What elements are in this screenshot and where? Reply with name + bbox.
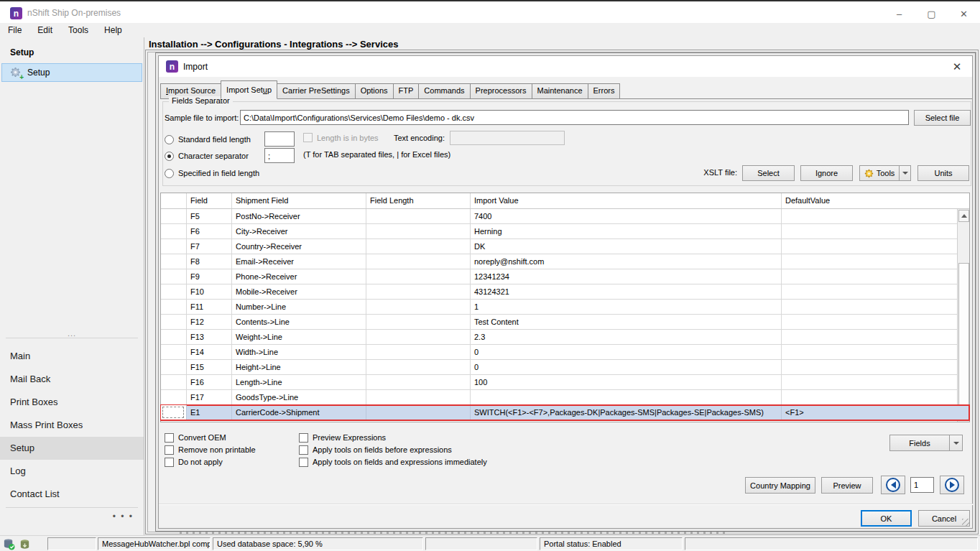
dialog-titlebar: n Import ✕ <box>159 56 972 77</box>
table-row-f8[interactable]: F8Email->Receivernoreply@nshift.com <box>161 254 969 269</box>
table-row-f15[interactable]: F15Height->Line0 <box>161 360 969 375</box>
cell: <F1> <box>782 405 957 420</box>
tab-errors[interactable]: Errors <box>588 83 621 98</box>
convert-oem-checkbox[interactable] <box>165 433 174 443</box>
table-row-f9[interactable]: F9Phone->Receiver12341234 <box>161 269 969 284</box>
page-number-input[interactable] <box>910 477 934 493</box>
cell: Country->Receiver <box>232 239 366 254</box>
country-mapping-button[interactable]: Country Mapping <box>745 477 815 494</box>
cell: 12341234 <box>471 269 782 284</box>
sidebar-item-setup[interactable]: Setup <box>0 437 144 460</box>
preview-expressions-label: Preview Expressions <box>313 433 386 442</box>
tab-strip: Import SourceImport SetupCarrier PreSett… <box>160 80 972 99</box>
cell: Herning <box>471 224 782 239</box>
tab-commands[interactable]: Commands <box>418 83 470 98</box>
sample-file-label: Sample file to import: <box>165 114 239 122</box>
scrollbar-thumb[interactable] <box>958 263 969 411</box>
previous-page-button[interactable] <box>881 476 905 494</box>
cell: Weight->Line <box>232 330 366 344</box>
table-row-f11[interactable]: F11Number->Line1 <box>161 300 969 315</box>
preview-expressions-checkbox[interactable] <box>299 433 308 443</box>
scroll-up-icon[interactable] <box>958 210 969 222</box>
sidebar-item-main[interactable]: Main <box>0 345 144 368</box>
sidebar-item-log[interactable]: Log <box>0 460 144 483</box>
do-not-apply-checkbox[interactable] <box>165 458 174 467</box>
cell: F16 <box>187 375 232 389</box>
minimize-button[interactable]: – <box>883 3 915 24</box>
character-separator-radio[interactable] <box>165 152 174 161</box>
sidebar-more-dots[interactable]: • • • <box>0 511 134 522</box>
tab-options[interactable]: Options <box>355 83 394 98</box>
table-row-f5[interactable]: F5PostNo->Receiver7400 <box>161 209 969 224</box>
row-selector-cell <box>161 360 187 374</box>
table-row-f13[interactable]: F13Weight->Line2.3 <box>161 330 969 345</box>
text-encoding-input[interactable] <box>450 131 565 145</box>
table-row-f16[interactable]: F16Length->Line100 <box>161 375 969 390</box>
remove-non-printable-checkbox[interactable] <box>165 445 174 455</box>
tab-carrier-presettings[interactable]: Carrier PreSettings <box>277 83 356 98</box>
row-selector-cell <box>161 209 187 223</box>
select-file-button[interactable]: Select file <box>914 110 971 126</box>
sidebar-item-mail-back[interactable]: Mail Back <box>0 368 144 391</box>
fields-dropdown-button[interactable] <box>949 435 963 451</box>
standard-field-length-radio[interactable] <box>165 135 174 144</box>
sidebar-item-contact-list[interactable]: Contact List <box>0 483 144 506</box>
window-title: nShift Ship On-premises <box>27 8 121 18</box>
preview-button[interactable]: Preview <box>821 477 873 494</box>
table-row-f7[interactable]: F7Country->ReceiverDK <box>161 239 969 254</box>
maximize-button[interactable]: ▢ <box>915 3 948 24</box>
apply-tools-on-fields-before-expressions-checkbox[interactable] <box>299 445 308 455</box>
menu-edit[interactable]: Edit <box>29 23 60 39</box>
tab-preprocessors[interactable]: Preprocessors <box>470 83 532 98</box>
table-row-f14[interactable]: F14Width->Line0 <box>161 345 969 360</box>
cell <box>366 345 471 359</box>
table-row-f12[interactable]: F12Contents->LineTest Content <box>161 315 969 330</box>
remove-non-printable-label: Remove non printable <box>178 445 256 454</box>
table-row-e1[interactable]: E1CarrierCode->ShipmentSWITCH(<F1>-<F7>,… <box>161 405 969 420</box>
cell: GoodsType->Line <box>232 390 366 404</box>
tools-button-label: Tools <box>877 169 895 177</box>
menu-file[interactable]: File <box>0 23 29 39</box>
units-button[interactable]: Units <box>917 165 969 181</box>
sidebar-item-mass-print-boxes[interactable]: Mass Print Boxes <box>0 414 144 437</box>
standard-length-input[interactable] <box>264 131 295 147</box>
row-selector-cell <box>161 254 187 269</box>
next-page-button[interactable] <box>940 476 964 494</box>
tab-import-setup[interactable]: Import Setup <box>221 80 277 99</box>
import-dialog: n Import ✕ Import SourceImport SetupCarr… <box>155 52 976 532</box>
tools-button[interactable]: Tools <box>859 165 900 181</box>
tools-dropdown-button[interactable] <box>899 165 911 181</box>
close-button[interactable]: ✕ <box>948 3 980 24</box>
cell <box>782 375 957 389</box>
specified-field-length-radio[interactable] <box>165 169 174 178</box>
fields-button[interactable]: Fields <box>889 435 950 451</box>
tab-ftp[interactable]: FTP <box>393 83 420 98</box>
resize-grip[interactable] <box>962 519 969 526</box>
table-scrollbar[interactable] <box>957 209 969 422</box>
table-row-f10[interactable]: F10Mobile->Receiver43124321 <box>161 284 969 300</box>
row-selector-cell <box>161 330 187 344</box>
sidebar-tree-item-setup[interactable]: + Setup <box>1 63 142 82</box>
row-selector-cell <box>161 239 187 254</box>
menu-tools[interactable]: Tools <box>60 23 96 39</box>
sidebar-item-print-boxes[interactable]: Print Boxes <box>0 391 144 414</box>
xslt-select-button[interactable]: Select <box>742 165 795 181</box>
cell <box>366 209 471 223</box>
tab-maintenance[interactable]: Maintenance <box>532 83 588 98</box>
dialog-close-icon[interactable]: ✕ <box>949 59 965 75</box>
row-selector-cell <box>161 300 187 314</box>
menu-help[interactable]: Help <box>96 23 130 39</box>
sidebar-collapse-dots[interactable]: ... <box>0 329 144 338</box>
length-in-bytes-checkbox[interactable] <box>303 133 313 142</box>
sample-file-input[interactable] <box>240 110 909 125</box>
ok-button[interactable]: OK <box>861 510 912 527</box>
convert-oem-label: Convert OEM <box>178 433 226 442</box>
xslt-ignore-button[interactable]: Ignore <box>800 165 853 181</box>
table-row-f6[interactable]: F6City->ReceiverHerning <box>161 224 969 239</box>
separator-hint: (T for TAB separated files, | for Excel … <box>303 150 450 159</box>
table-row-f17[interactable]: F17GoodsType->Line <box>161 390 969 405</box>
separator-char-input[interactable] <box>264 148 295 163</box>
option-row-preview-expressions: Preview Expressions <box>299 432 386 443</box>
apply-tools-on-fields-and-expressions-immediately-checkbox[interactable] <box>299 458 308 467</box>
chevron-down-icon <box>902 172 908 175</box>
